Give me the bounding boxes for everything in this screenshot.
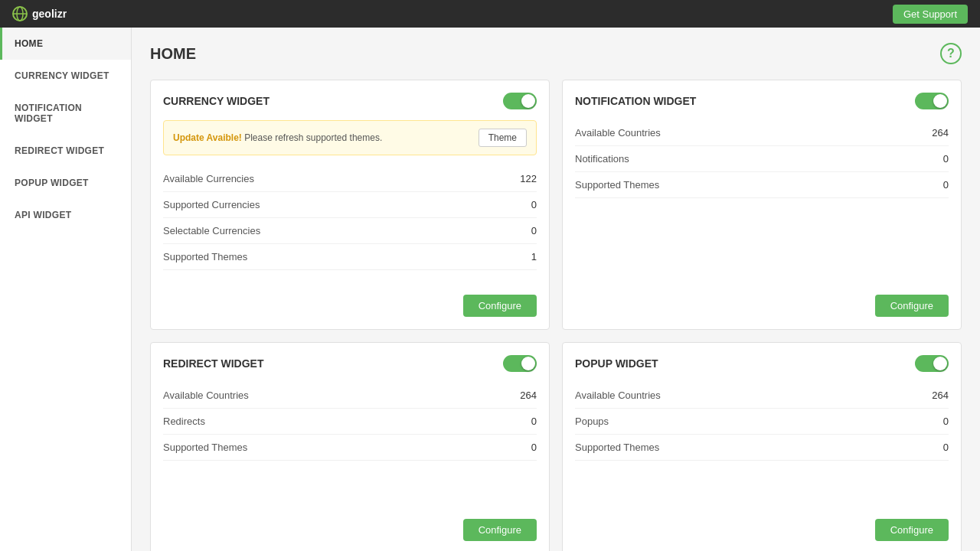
popup-stat-1: Popups 0 [575,409,949,435]
sidebar-item-redirect-widget[interactable]: REDIRECT WIDGET [0,135,131,167]
currency-stat-value-3: 1 [531,251,537,262]
sidebar: HOME CURRENCY WIDGET NOTIFICATION WIDGET… [0,28,132,551]
page-header: HOME ? [150,43,962,64]
redirect-widget-card: REDIRECT WIDGET Available Countries 264 … [150,342,550,551]
redirect-configure-button[interactable]: Configure [463,519,537,541]
sidebar-item-popup-widget[interactable]: POPUP WIDGET [0,167,131,199]
popup-widget-header: POPUP WIDGET [575,355,949,372]
widget-grid: CURRENCY WIDGET Update Avaible! Please r… [150,80,962,551]
currency-stat-0: Available Currencies 122 [163,166,537,192]
currency-stat-label-1: Supported Currencies [163,199,260,210]
alert-text: Update Avaible! Please refresh supported… [173,132,382,143]
notification-configure-button[interactable]: Configure [875,295,949,317]
currency-widget-toggle[interactable] [503,93,537,109]
page-title: HOME [150,45,196,63]
redirect-stat-label-1: Redirects [163,416,205,427]
popup-stat-value-2: 0 [943,442,949,453]
notification-stat-value-1: 0 [943,153,949,165]
currency-widget-card: CURRENCY WIDGET Update Avaible! Please r… [150,80,550,330]
app-layout: HOME CURRENCY WIDGET NOTIFICATION WIDGET… [0,28,980,551]
sidebar-item-currency-widget[interactable]: CURRENCY WIDGET [0,60,131,92]
redirect-stat-label-0: Available Countries [163,390,249,401]
main-content: HOME ? CURRENCY WIDGET Update Avaible! P… [132,28,980,551]
currency-stat-label-2: Selectable Currencies [163,225,260,236]
popup-stat-label-2: Supported Themes [575,442,659,453]
redirect-widget-header: REDIRECT WIDGET [163,355,537,372]
help-icon[interactable]: ? [940,43,962,64]
popup-configure-button[interactable]: Configure [875,519,949,541]
notification-stat-label-1: Notifications [575,153,629,165]
get-support-button[interactable]: Get Support [893,5,968,24]
notification-stat-value-0: 264 [932,127,949,139]
currency-widget-title: CURRENCY WIDGET [163,95,270,107]
popup-stat-0: Available Countries 264 [575,383,949,409]
notification-stat-label-2: Supported Themes [575,179,659,191]
currency-stat-value-2: 0 [531,225,537,236]
popup-stat-2: Supported Themes 0 [575,435,949,461]
alert-bold: Update Avaible! [173,132,242,143]
notification-widget-header: NOTIFICATION WIDGET [575,93,949,109]
popup-stat-value-0: 264 [932,390,949,401]
currency-widget-alert: Update Avaible! Please refresh supported… [163,120,537,155]
sidebar-item-notification-widget[interactable]: NOTIFICATION WIDGET [0,92,131,135]
theme-button[interactable]: Theme [479,129,527,147]
notification-widget-title: NOTIFICATION WIDGET [575,95,696,107]
notification-widget-toggle[interactable] [915,93,949,109]
currency-stat-1: Supported Currencies 0 [163,192,537,218]
redirect-stat-1: Redirects 0 [163,409,537,435]
popup-widget-title: POPUP WIDGET [575,357,658,370]
notification-stat-label-0: Available Countries [575,127,661,139]
notification-stat-value-2: 0 [943,179,949,191]
currency-stat-2: Selectable Currencies 0 [163,218,537,244]
notification-stat-0: Available Countries 264 [575,120,949,146]
currency-configure-button[interactable]: Configure [463,295,537,317]
topnav: geolizr Get Support [0,0,980,28]
redirect-stat-2: Supported Themes 0 [163,435,537,461]
logo: geolizr [12,6,67,21]
notification-stat-1: Notifications 0 [575,146,949,172]
logo-text: geolizr [32,8,67,20]
notification-stat-2: Supported Themes 0 [575,172,949,198]
alert-detail: Please refresh supported themes. [242,132,382,143]
redirect-widget-toggle[interactable] [503,355,537,372]
popup-stat-label-1: Popups [575,416,609,427]
currency-stat-value-0: 122 [520,173,537,184]
popup-stat-value-1: 0 [943,416,949,427]
currency-stat-3: Supported Themes 1 [163,244,537,270]
notification-widget-card: NOTIFICATION WIDGET Available Countries … [562,80,962,330]
currency-stat-label-3: Supported Themes [163,251,247,262]
redirect-stat-0: Available Countries 264 [163,383,537,409]
popup-widget-card: POPUP WIDGET Available Countries 264 Pop… [562,342,962,551]
currency-stat-value-1: 0 [531,199,537,210]
sidebar-item-home[interactable]: HOME [0,28,131,60]
redirect-stat-value-1: 0 [531,416,537,427]
sidebar-item-api-widget[interactable]: API WIDGET [0,199,131,231]
currency-stat-label-0: Available Currencies [163,173,254,184]
redirect-stat-label-2: Supported Themes [163,442,247,453]
currency-widget-header: CURRENCY WIDGET [163,93,537,109]
redirect-widget-title: REDIRECT WIDGET [163,357,263,370]
popup-widget-toggle[interactable] [915,355,949,372]
redirect-stat-value-0: 264 [520,390,537,401]
popup-stat-label-0: Available Countries [575,390,661,401]
redirect-stat-value-2: 0 [531,442,537,453]
